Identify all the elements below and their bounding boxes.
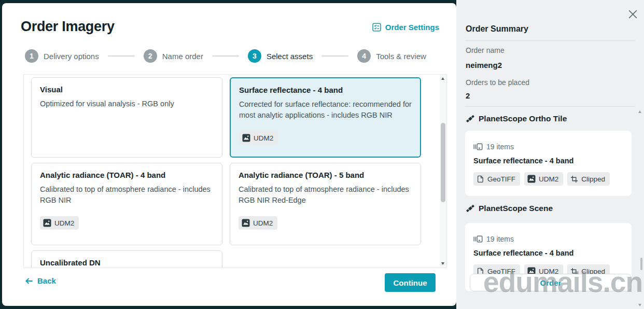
- media-icon: [242, 219, 250, 227]
- back-label: Back: [37, 276, 56, 285]
- asset-card-title: Uncalibrated DN: [40, 258, 214, 267]
- assets-scrollbar[interactable]: [440, 75, 446, 268]
- asset-card-desc: Optimized for visual analysis - RGB only: [40, 99, 214, 109]
- step-number: 4: [357, 49, 371, 63]
- asset-card-toar-4band[interactable]: Analytic radiance (TOAR) - 4 band Calibr…: [31, 163, 222, 245]
- back-button[interactable]: Back: [25, 276, 56, 285]
- asset-card-visual[interactable]: Visual Optimized for visual analysis - R…: [31, 77, 222, 158]
- step-name-order[interactable]: 2 Name order: [144, 49, 203, 63]
- step-delivery-options[interactable]: 1 Delivery options: [25, 49, 99, 63]
- udm2-badge: UDM2: [239, 131, 278, 145]
- badge-label: UDM2: [254, 134, 273, 142]
- continue-button[interactable]: Continue: [385, 273, 436, 292]
- step-connector: [108, 55, 135, 57]
- step-label: Name order: [162, 52, 203, 61]
- stepper: 1 Delivery options 2 Name order 3 Select…: [25, 49, 426, 63]
- items-count: 19 items: [486, 235, 514, 243]
- scrollbar-thumb[interactable]: [441, 123, 445, 202]
- summary-asset-name: Surface reflectance - 4 band: [473, 157, 623, 166]
- step-label: Tools & review: [376, 52, 426, 61]
- sidebar-scroll-up-icon[interactable]: [638, 110, 641, 113]
- order-summary-panel: Order Summary Order name neimeng2 Orders…: [456, 0, 644, 309]
- file-icon: [477, 175, 484, 183]
- sidebar-scroll-down-icon[interactable]: [638, 304, 641, 306]
- asset-card-title: Visual: [40, 85, 214, 94]
- asset-card-desc: Corrected for surface reflectance: recom…: [239, 99, 412, 121]
- step-label: Delivery options: [44, 52, 99, 61]
- step-number: 2: [144, 49, 157, 63]
- step-number: 1: [25, 49, 38, 63]
- scroll-down-icon[interactable]: [441, 262, 444, 265]
- order-settings-icon: [372, 23, 381, 32]
- order-name-label: Order name: [466, 46, 505, 54]
- udm2-badge: UDM2: [524, 172, 563, 186]
- asset-card-uncalibrated-dn[interactable]: Uncalibrated DN: [31, 250, 222, 268]
- asset-card-desc: Calibrated to top of atmosphere radiance…: [239, 184, 412, 206]
- section-title: PlanetScope Ortho Tile: [479, 114, 567, 123]
- step-select-assets[interactable]: 3 Select assets: [248, 49, 313, 63]
- geotiff-badge: GeoTIFF: [473, 172, 520, 186]
- section-header-scene: PlanetScope Scene: [466, 204, 553, 213]
- scroll-up-icon[interactable]: [441, 77, 444, 80]
- divider: [465, 40, 635, 41]
- media-icon: [527, 175, 536, 183]
- orders-count-label: Orders to be placed: [466, 78, 529, 87]
- sidebar-scrollbar-thumb[interactable]: [640, 258, 642, 270]
- badge-label: UDM2: [54, 219, 74, 227]
- order-name-value: neimeng2: [466, 61, 502, 69]
- badges-row: GeoTIFF UDM2 Clipped: [473, 172, 623, 186]
- back-arrow-icon: [25, 277, 33, 285]
- step-tools-review[interactable]: 4 Tools & review: [357, 49, 426, 63]
- satellite-icon: [466, 204, 475, 213]
- items-count-row: 19 items: [473, 234, 623, 244]
- order-summary-title: Order Summary: [466, 24, 528, 34]
- page-title: Order Imagery: [21, 19, 115, 35]
- media-icon: [43, 219, 51, 227]
- step-connector: [212, 55, 239, 57]
- step-number: 3: [248, 49, 261, 63]
- udm2-badge: UDM2: [239, 216, 277, 230]
- media-icon: [242, 134, 250, 142]
- order-settings-link[interactable]: Order Settings: [372, 23, 439, 32]
- asset-card-surface-reflectance-4band[interactable]: Surface reflectance - 4 band Corrected f…: [230, 77, 421, 158]
- badge-label: UDM2: [253, 219, 273, 227]
- summary-card-ortho-tile: 19 items Surface reflectance - 4 band Ge…: [465, 131, 632, 196]
- order-settings-label: Order Settings: [385, 23, 439, 32]
- divider: [465, 106, 635, 107]
- close-icon[interactable]: [627, 9, 638, 20]
- items-stack-icon: [473, 235, 483, 243]
- items-count: 19 items: [486, 143, 514, 151]
- badge-label: Clipped: [581, 175, 605, 183]
- clipped-badge: Clipped: [567, 172, 610, 186]
- orders-count-value: 2: [466, 91, 470, 100]
- asset-card-title: Surface reflectance - 4 band: [239, 86, 412, 94]
- satellite-icon: [466, 114, 475, 123]
- items-stack-icon: [473, 143, 483, 150]
- asset-card-title: Analytic radiance (TOAR) - 4 band: [40, 171, 214, 179]
- crop-icon: [570, 175, 578, 183]
- section-header-ortho-tile: PlanetScope Ortho Tile: [466, 114, 567, 123]
- asset-card-toar-5band[interactable]: Analytic radiance (TOAR) - 5 band Calibr…: [230, 163, 421, 245]
- items-count-row: 19 items: [473, 142, 623, 151]
- asset-card-title: Analytic radiance (TOAR) - 5 band: [239, 171, 412, 179]
- badge-label: UDM2: [539, 175, 558, 183]
- badge-label: GeoTIFF: [487, 175, 515, 183]
- section-title: PlanetScope Scene: [479, 204, 553, 213]
- asset-card-desc: Calibrated to top of atmosphere radiance…: [40, 184, 214, 206]
- order-imagery-dialog: Order Imagery Order Settings 1 Delivery …: [2, 3, 456, 306]
- step-connector: [321, 55, 348, 57]
- summary-asset-name: Surface reflectance - 4 band: [473, 249, 623, 258]
- step-label: Select assets: [267, 52, 313, 61]
- order-button[interactable]: Order: [470, 274, 632, 291]
- udm2-badge: UDM2: [40, 216, 79, 230]
- assets-scroll-area: Visual Optimized for visual analysis - R…: [23, 74, 447, 268]
